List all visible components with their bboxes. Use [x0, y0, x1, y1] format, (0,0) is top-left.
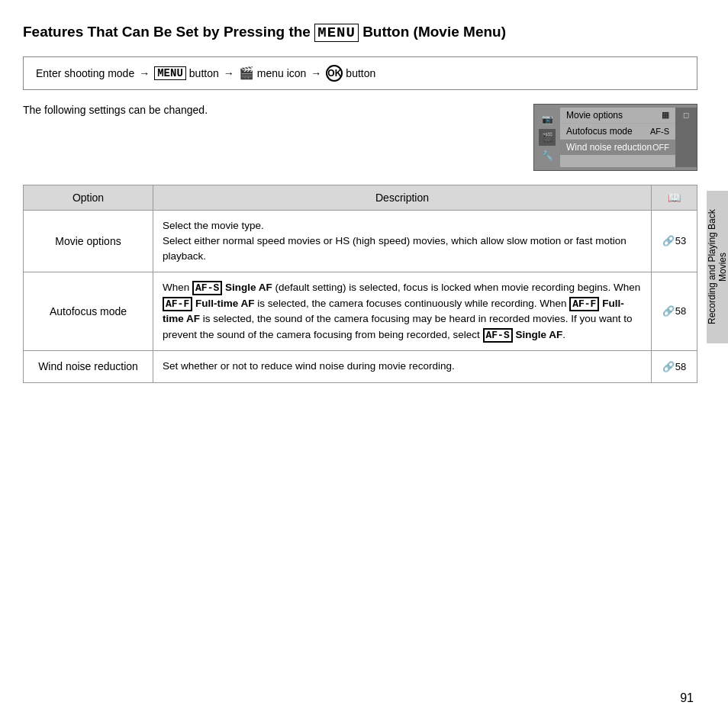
- cam-menu-label-1: Movie options: [566, 110, 623, 121]
- content-left: The following settings can be changed.: [23, 104, 518, 127]
- cam-icons-col: 📷 🎬 🔧: [534, 108, 560, 167]
- cam-menu-icon-col: ◻: [675, 108, 697, 167]
- option-cell-movie: Movie options: [24, 210, 153, 272]
- ref-link-sym-af: 🔗: [662, 304, 675, 319]
- option-cell-autofocus: Autofocus mode: [24, 272, 153, 351]
- cam-menu-wind: Wind noise reduction OFF: [560, 140, 675, 155]
- table-row-autofocus: Autofocus mode When AF-S Single AF (defa…: [24, 272, 697, 351]
- arrow1: →: [139, 67, 150, 79]
- content-area: The following settings can be changed. 📷…: [23, 104, 697, 171]
- table-header-ref: 📖: [652, 185, 697, 210]
- shooting-mode-box: Enter shooting mode → MENU button → 🎬 me…: [23, 56, 697, 90]
- book-icon: 📖: [668, 192, 681, 204]
- camera-menu-inner: 📷 🎬 🔧 Movie options ▦ Autofocus mode AF-…: [534, 108, 697, 167]
- shooting-menu-word: MENU: [154, 66, 186, 80]
- afs-code-2: AF-S: [483, 328, 513, 343]
- desc-cell-autofocus: When AF-S Single AF (default setting) is…: [153, 272, 652, 351]
- cam-menu-val-3: OFF: [652, 143, 669, 152]
- page-title: Features That Can Be Set by Pressing the…: [23, 23, 697, 43]
- cam-corner-icon: ◻: [683, 111, 689, 119]
- ref-icon-autofocus: 🔗58: [662, 304, 686, 319]
- features-table: Option Description 📖 Movie options Selec…: [23, 185, 697, 384]
- cam-icon-settings: 🔧: [539, 147, 556, 164]
- ref-cell-autofocus: 🔗58: [652, 272, 697, 351]
- arrow3: →: [311, 67, 321, 79]
- cam-menu-items: Movie options ▦ Autofocus mode AF-S Wind…: [560, 108, 675, 167]
- page-number: 91: [680, 691, 694, 705]
- title-menu-word: MENU: [314, 24, 359, 42]
- table-row-wind: Wind noise reduction Set whether or not …: [24, 351, 697, 383]
- table-row-movie-options: Movie options Select the movie type. Sel…: [24, 210, 697, 272]
- ref-cell-wind: 🔗58: [652, 351, 697, 383]
- shooting-text4: button: [346, 67, 375, 79]
- cam-menu-movie-options: Movie options ▦: [560, 108, 675, 124]
- intro-text: The following settings can be changed.: [23, 104, 518, 116]
- single-af-2: Single AF: [515, 329, 562, 340]
- ref-cell-movie: 🔗53: [652, 210, 697, 272]
- sidebar-label: Recording and Playing Back Movies: [707, 191, 728, 343]
- table-header-description: Description: [153, 185, 652, 210]
- camera-menu-screenshot: 📷 🎬 🔧 Movie options ▦ Autofocus mode AF-…: [533, 104, 697, 171]
- movie-icon: 🎬: [239, 66, 254, 80]
- desc-cell-movie: Select the movie type. Select either nor…: [153, 210, 652, 272]
- cam-icon-movie: 🎬: [539, 129, 556, 146]
- ref-icon-movie: 🔗53: [662, 234, 686, 249]
- cam-menu-label-3: Wind noise reduction: [566, 142, 652, 153]
- ref-icon-wind: 🔗58: [662, 359, 686, 375]
- aff-code-2: AF-F: [569, 297, 599, 311]
- cam-menu-val-1: ▦: [662, 110, 669, 120]
- cam-icon-camera: 📷: [539, 111, 556, 127]
- option-cell-wind: Wind noise reduction: [24, 351, 153, 383]
- cam-menu-autofocus: Autofocus mode AF-S: [560, 124, 675, 140]
- table-header-option: Option: [24, 185, 153, 210]
- cam-menu-label-2: Autofocus mode: [566, 126, 633, 137]
- ok-button-symbol: OK: [326, 65, 343, 82]
- arrow2: →: [224, 67, 234, 79]
- single-af-1: Single AF: [225, 282, 272, 293]
- desc-cell-wind: Set whether or not to reduce wind noise …: [153, 351, 652, 383]
- aff-code-1: AF-F: [163, 297, 192, 311]
- title-prefix: Features That Can Be Set by Pressing the: [23, 24, 311, 40]
- ref-link-sym-wind: 🔗: [662, 359, 675, 375]
- shooting-text2: button: [189, 67, 219, 79]
- ref-link-sym-movie: 🔗: [662, 234, 675, 249]
- shooting-text1: Enter shooting mode: [36, 67, 134, 79]
- shooting-text3: menu icon: [257, 67, 307, 79]
- full-time-af-1: Full-time AF: [195, 298, 255, 309]
- cam-menu-val-2: AF-S: [650, 127, 669, 136]
- afs-code-1: AF-S: [192, 281, 222, 295]
- title-suffix: Button (Movie Menu): [362, 24, 506, 40]
